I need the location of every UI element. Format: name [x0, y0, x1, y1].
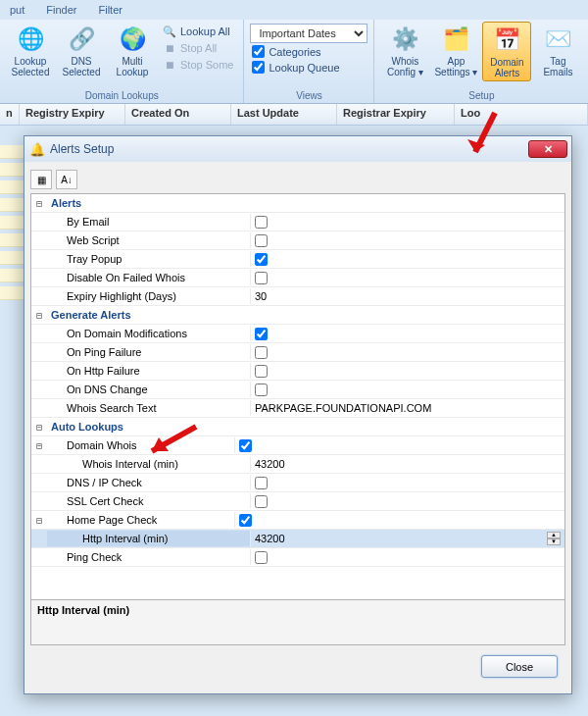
col-registrar-expiry[interactable]: Registrar Expiry: [337, 104, 455, 125]
stop-some-button[interactable]: ⏹Stop Some: [159, 57, 237, 73]
ribbon: 🌐 Lookup Selected 🔗 DNS Selected 🌍 Multi…: [0, 20, 588, 104]
cat-alerts[interactable]: ⊟Alerts: [31, 194, 564, 213]
group-label: Domain Lookups: [6, 89, 237, 103]
group-label: Views: [250, 89, 368, 103]
propgrid-toolbar: ▦ A↓: [30, 168, 565, 193]
prop-on-domain-mod[interactable]: On Domain Modifications: [31, 325, 564, 343]
lookup-queue-checkbox[interactable]: Lookup Queue: [250, 60, 368, 75]
on-ping-fail-checkbox[interactable]: [255, 346, 268, 359]
on-domain-mod-checkbox[interactable]: [255, 328, 268, 340]
collapse-icon[interactable]: ⊟: [31, 310, 47, 321]
on-dns-change-checkbox[interactable]: [255, 384, 268, 396]
multi-lookup-button[interactable]: 🌍 Multi Lookup: [108, 22, 157, 79]
close-button[interactable]: ✕: [528, 140, 567, 158]
prop-whois-search-text[interactable]: Whois Search TextPARKPAGE.FOUNDATIONAPI.…: [31, 399, 564, 418]
domain-whois-checkbox[interactable]: [239, 439, 252, 452]
dns-ip-checkbox[interactable]: [255, 477, 268, 489]
prop-whois-interval[interactable]: Whois Interval (min)43200: [31, 455, 564, 474]
tab-put[interactable]: put: [6, 2, 28, 18]
alpha-sort-button[interactable]: A↓: [56, 170, 77, 189]
col-lookup[interactable]: Loo: [455, 104, 588, 125]
prop-web-script[interactable]: Web Script: [31, 231, 564, 250]
prop-on-http-fail[interactable]: On Http Failure: [31, 362, 564, 381]
calendar-alert-icon: 📅: [491, 25, 522, 56]
group-label: Setup: [380, 89, 582, 103]
settings-icon: 🗂️: [440, 24, 471, 55]
dialog-title: Alerts Setup: [50, 142, 528, 156]
prop-tray-popup[interactable]: Tray Popup: [31, 250, 564, 269]
collapse-icon[interactable]: ⊟: [31, 515, 47, 526]
stop-icon: ⏹: [163, 41, 176, 55]
whois-interval-value[interactable]: 43200: [251, 456, 564, 472]
spin-down-icon[interactable]: ▼: [547, 538, 561, 545]
whois-search-value[interactable]: PARKPAGE.FOUNDATIONAPI.COM: [251, 400, 564, 416]
on-http-fail-checkbox[interactable]: [255, 365, 268, 378]
http-interval-spinner[interactable]: 43200 ▲▼: [255, 532, 561, 545]
stop-icon: ⏹: [163, 58, 176, 72]
property-grid[interactable]: ⊟Alerts By Email Web Script Tray Popup D…: [30, 193, 565, 600]
prop-expiry-highlight[interactable]: Expiry Highlight (Days)30: [31, 287, 564, 306]
categories-checkbox[interactable]: Categories: [250, 44, 368, 59]
group-views: Important Dates Categories Lookup Queue …: [244, 20, 374, 103]
prop-by-email[interactable]: By Email: [31, 213, 564, 231]
ribbon-tabs: put Finder Filter: [0, 0, 588, 20]
whois-config-button[interactable]: ⚙️ Whois Config ▾: [380, 22, 429, 79]
dialog-icon: 🔔: [28, 140, 46, 158]
dns-icon: 🔗: [66, 24, 97, 55]
grid-rows-blurred: [0, 145, 24, 300]
lookup-all-button[interactable]: 🔍Lookup All: [159, 24, 237, 39]
prop-ping-check[interactable]: Ping Check: [31, 548, 564, 567]
prop-ssl-cert[interactable]: SSL Cert Check: [31, 492, 564, 511]
home-page-checkbox[interactable]: [239, 514, 252, 527]
dns-selected-button[interactable]: 🔗 DNS Selected: [57, 22, 106, 79]
prop-on-dns-change[interactable]: On DNS Change: [31, 381, 564, 399]
description-title: Http Interval (min): [37, 604, 559, 616]
tag-emails-button[interactable]: ✉️ Tag Emails: [533, 22, 582, 79]
globe-search-icon: 🌐: [15, 24, 46, 55]
web-script-checkbox[interactable]: [255, 234, 268, 247]
cat-auto-lookups[interactable]: ⊟Auto Lookups: [31, 418, 564, 436]
expiry-highlight-value[interactable]: 30: [251, 288, 564, 304]
col-created-on[interactable]: Created On: [125, 104, 231, 125]
col-registry-expiry[interactable]: Registry Expiry: [20, 104, 125, 125]
categorized-view-button[interactable]: ▦: [30, 170, 52, 189]
col-n[interactable]: n: [0, 104, 20, 125]
cat-generate-alerts[interactable]: ⊟Generate Alerts: [31, 306, 564, 325]
view-combo[interactable]: Important Dates: [250, 24, 368, 43]
mail-tag-icon: ✉️: [542, 24, 573, 55]
collapse-icon[interactable]: ⊟: [31, 422, 47, 433]
description-box: Http Interval (min): [30, 600, 565, 645]
lookup-selected-button[interactable]: 🌐 Lookup Selected: [6, 22, 55, 79]
prop-disable-failed[interactable]: Disable On Failed Whois: [31, 269, 564, 287]
grid-header: n Registry Expiry Created On Last Update…: [0, 104, 588, 126]
ssl-cert-checkbox[interactable]: [255, 495, 268, 508]
app-settings-button[interactable]: 🗂️ App Settings ▾: [431, 22, 480, 79]
prop-dns-ip-check[interactable]: DNS / IP Check: [31, 474, 564, 492]
alerts-setup-dialog: 🔔 Alerts Setup ✕ ▦ A↓ ⊟Alerts By Email W…: [24, 135, 572, 694]
group-setup: ⚙️ Whois Config ▾ 🗂️ App Settings ▾ 📅 Do…: [374, 20, 588, 103]
col-last-update[interactable]: Last Update: [231, 104, 337, 125]
ping-check-checkbox[interactable]: [255, 551, 268, 564]
tab-finder[interactable]: Finder: [42, 2, 80, 18]
prop-http-interval[interactable]: Http Interval (min) 43200 ▲▼: [31, 530, 564, 548]
multi-globe-icon: 🌍: [117, 24, 148, 55]
group-domain-lookups: 🌐 Lookup Selected 🔗 DNS Selected 🌍 Multi…: [0, 20, 244, 103]
close-dialog-button[interactable]: Close: [481, 655, 558, 678]
titlebar[interactable]: 🔔 Alerts Setup ✕: [24, 136, 571, 162]
by-email-checkbox[interactable]: [255, 216, 268, 229]
tray-popup-checkbox[interactable]: [255, 253, 268, 266]
gear-globe-icon: ⚙️: [389, 24, 420, 55]
prop-on-ping-fail[interactable]: On Ping Failure: [31, 343, 564, 362]
tab-filter[interactable]: Filter: [94, 2, 125, 18]
search-icon: 🔍: [163, 25, 176, 38]
collapse-icon[interactable]: ⊟: [31, 440, 47, 451]
spin-up-icon[interactable]: ▲: [547, 532, 561, 538]
prop-domain-whois[interactable]: ⊟Domain Whois: [31, 436, 564, 455]
prop-home-page[interactable]: ⊟Home Page Check: [31, 511, 564, 530]
collapse-icon[interactable]: ⊟: [31, 198, 47, 209]
disable-failed-checkbox[interactable]: [255, 272, 268, 284]
domain-alerts-button[interactable]: 📅 Domain Alerts: [482, 22, 531, 81]
stop-all-button[interactable]: ⏹Stop All: [159, 40, 237, 56]
